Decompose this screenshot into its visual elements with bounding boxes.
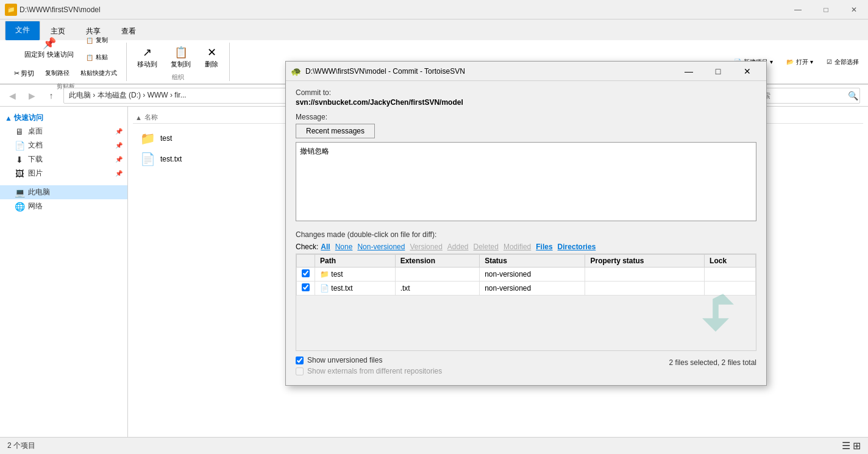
minimize-button[interactable]: —: [784, 0, 812, 20]
show-unversioned-checkbox[interactable]: [296, 356, 304, 364]
downloads-icon: ⬇: [15, 155, 24, 165]
select-all-button[interactable]: ☑ 全部选择: [822, 55, 863, 69]
copy-icon: 📋: [86, 37, 93, 44]
col-path: Path: [315, 255, 396, 268]
check-none-link[interactable]: None: [335, 243, 353, 251]
bottom-options: Show unversioned files Show externals fr…: [296, 356, 756, 378]
organize-label: 组织: [172, 73, 184, 82]
dialog-titlebar: 🐢 D:\WWW\firstSVN\model - Commit - Torto…: [286, 62, 766, 81]
check-prefix-label: Check:: [296, 243, 318, 251]
dialog-close-button[interactable]: ✕: [733, 62, 761, 81]
paste-button[interactable]: 📋 粘贴: [82, 50, 112, 65]
message-label: Message:: [296, 113, 756, 121]
dialog-minimize-button[interactable]: —: [675, 62, 703, 81]
row1-extension: [395, 268, 480, 282]
file-list-section-label: 名称: [144, 113, 158, 122]
check-directories-link[interactable]: Directories: [558, 243, 596, 251]
copy-button[interactable]: 📋 复制: [82, 33, 112, 48]
ribbon-tabs: 文件 主页 共享 查看: [0, 20, 868, 40]
message-textarea[interactable]: 撤销忽略: [296, 142, 756, 221]
explorer-close-button[interactable]: ✕: [840, 0, 868, 20]
titlebar-path: D:\WWW\firstSVN\model: [20, 5, 101, 14]
view-icon-grid[interactable]: ⊞: [853, 440, 861, 452]
sidebar-item-thispc[interactable]: 💻 此电脑: [0, 185, 127, 199]
row1-checkbox[interactable]: [302, 269, 310, 277]
check-added-link[interactable]: Added: [447, 243, 469, 251]
show-unversioned-label: Show unversioned files: [307, 356, 382, 364]
titlebar: 📁 D:\WWW\firstSVN\model — □ ✕: [0, 0, 868, 20]
collapse-section-icon: ▲: [135, 114, 142, 121]
row1-lock: [705, 268, 756, 282]
collapse-icon: ▲: [5, 114, 12, 122]
dialog-controls: — □ ✕: [675, 62, 761, 81]
check-nonversioned-link[interactable]: Non-versioned: [357, 243, 405, 251]
show-externals-label: Show externals from different repositori…: [307, 367, 442, 375]
search-input[interactable]: [750, 88, 860, 104]
up-button[interactable]: ↑: [44, 88, 59, 103]
view-icon-list[interactable]: ☰: [842, 440, 850, 452]
check-versioned-link[interactable]: Versioned: [410, 243, 442, 251]
row2-extension: .txt: [395, 282, 480, 296]
check-files-link[interactable]: Files: [536, 243, 552, 251]
pin-button[interactable]: 📌 固定到 快速访问: [19, 33, 79, 65]
delete-button[interactable]: ✕ 删除: [199, 42, 224, 72]
file-name: test: [160, 134, 172, 143]
commit-to-label: Commit to:: [296, 88, 756, 97]
check-bar: Check: All None Non-versioned Versioned …: [296, 243, 756, 251]
row1-folder-icon: 📁: [320, 270, 329, 278]
maximize-button[interactable]: □: [812, 0, 840, 20]
ribbon-group-organize: ↗ 移动到 📋 复制到 ✕ 删除 组织: [127, 43, 230, 81]
sidebar-item-network[interactable]: 🌐 网络: [0, 199, 127, 213]
show-externals-option: Show externals from different repositori…: [296, 367, 442, 375]
move-to-button[interactable]: ↗ 移动到: [132, 42, 163, 72]
copy-path-button[interactable]: 复制路径: [41, 66, 74, 81]
recent-messages-button[interactable]: Recent messages: [296, 124, 375, 138]
pin-icon-documents: 📌: [115, 142, 123, 149]
show-externals-checkbox[interactable]: [296, 367, 304, 375]
copy-to-button[interactable]: 📋 复制到: [165, 42, 196, 72]
forward-button[interactable]: ▶: [24, 88, 39, 103]
ribbon-group-clipboard: 📌 固定到 快速访问 📋 复制 📋: [5, 43, 127, 81]
dialog-maximize-button[interactable]: □: [704, 62, 732, 81]
clipboard-small-buttons: ✂ 剪切 复制路径 粘贴快捷方式: [10, 66, 121, 81]
pin-icon-pictures: 📌: [115, 170, 123, 177]
desktop-icon: 🖥: [15, 127, 24, 137]
row2-checkbox[interactable]: [302, 283, 310, 291]
pin-icon: 📌: [42, 36, 57, 51]
tab-view[interactable]: 查看: [111, 22, 146, 40]
file-name: test.txt: [160, 155, 182, 163]
select-all-icon: ☑: [827, 59, 832, 65]
paste-icon: 📋: [86, 54, 93, 61]
paste-shortcut-button[interactable]: 粘贴快捷方式: [76, 66, 121, 81]
pin-icon-desktop: 📌: [115, 128, 123, 135]
check-modified-link[interactable]: Modified: [503, 243, 531, 251]
sidebar: ▲ 快速访问 🖥 桌面 📌 📄 文档 📌 ⬇ 下载 📌: [0, 107, 128, 454]
sidebar-item-documents[interactable]: 📄 文档 📌: [0, 138, 127, 152]
col-lock: Lock: [705, 255, 756, 268]
sidebar-item-pictures[interactable]: 🖼 图片 📌: [0, 166, 127, 180]
check-deleted-link[interactable]: Deleted: [474, 243, 499, 251]
sidebar-item-desktop[interactable]: 🖥 桌面 📌: [0, 124, 127, 138]
move-icon: ↗: [140, 45, 155, 60]
table-row[interactable]: 📁 test non-versioned: [297, 268, 756, 282]
dialog-body: Commit to: svn://svnbucket.com/JackyChen…: [286, 81, 766, 385]
sidebar-item-downloads[interactable]: ⬇ 下载 📌: [0, 152, 127, 166]
files-count-label: 2 files selected, 2 files total: [669, 358, 756, 367]
row1-path: 📁 test: [315, 268, 396, 282]
show-unversioned-option: Show unversioned files: [296, 356, 442, 364]
titlebar-controls: — □ ✕: [784, 0, 868, 20]
row2-status: non-versioned: [480, 282, 585, 296]
open-button[interactable]: 📂 打开 ▾: [782, 55, 817, 69]
svn-watermark: [683, 289, 744, 338]
cut-button[interactable]: ✂ 剪切: [10, 66, 38, 81]
open-icon: 📂: [786, 59, 794, 65]
back-button[interactable]: ◀: [5, 88, 20, 103]
col-extension: Extension: [395, 255, 480, 268]
quickaccess-header[interactable]: ▲ 快速访问: [0, 112, 127, 124]
check-all-link[interactable]: All: [321, 243, 330, 251]
statusbar-right: ☰ ⊞: [842, 440, 861, 452]
sidebar-section-quickaccess: ▲ 快速访问 🖥 桌面 📌 📄 文档 📌 ⬇ 下载 📌: [0, 112, 127, 180]
explorer-window: 📁 D:\WWW\firstSVN\model — □ ✕ 文件 主页 共享 查…: [0, 0, 868, 454]
network-icon: 🌐: [15, 202, 24, 211]
statusbar-count: 2 个项目: [7, 441, 35, 451]
